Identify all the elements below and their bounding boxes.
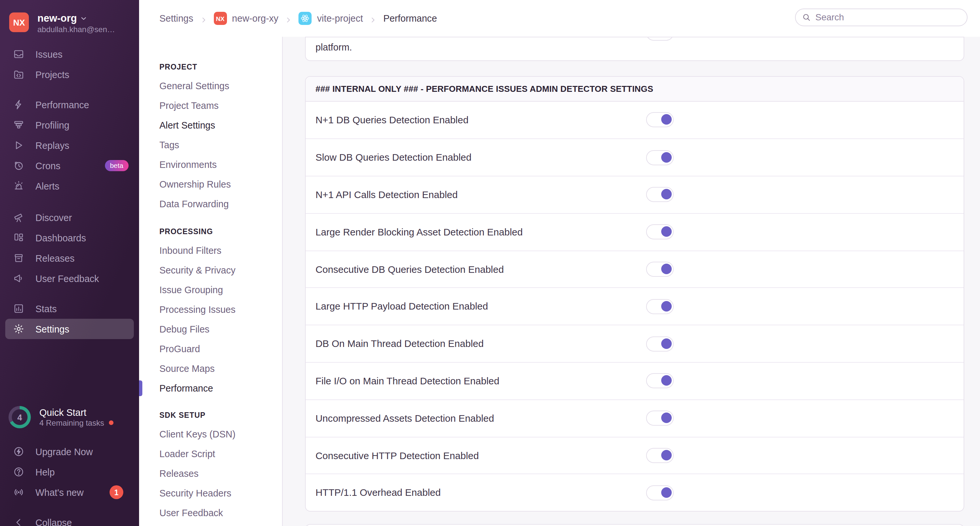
subnav-item-ownership-rules[interactable]: Ownership Rules: [159, 175, 282, 194]
sidebar-item-alerts[interactable]: Alerts: [5, 176, 134, 196]
projects-icon: [13, 69, 24, 80]
sidebar-item-collapse[interactable]: Collapse: [5, 512, 134, 526]
setting-label: DB On Main Thread Detection Enabled: [315, 338, 484, 349]
sidebar-group: Discover Dashboards Releases User Feedba…: [0, 207, 139, 289]
toggle-large-http-payload-detection-enabled[interactable]: [646, 299, 674, 314]
subnav-item-security-headers[interactable]: Security Headers: [159, 483, 282, 503]
sidebar-item-label: Crons: [35, 161, 60, 171]
toggle-knob: [661, 301, 671, 311]
subnav-item-label: User Feedback: [159, 508, 223, 518]
toggle-large-render-blocking-asset-detection-enabled[interactable]: [646, 225, 674, 240]
quick-start-subtitle: 4 Remaining tasks: [39, 418, 104, 427]
search-box[interactable]: [795, 8, 967, 26]
toggle-consecutive-db-queries-detection-enabled[interactable]: [646, 262, 674, 277]
toggle-slow-db-queries-detection-enabled[interactable]: [646, 150, 674, 165]
setting-label: N+1 DB Queries Detection Enabled: [315, 115, 468, 125]
clipped-description-text: platform.: [315, 42, 352, 52]
subnav-item-loader-script[interactable]: Loader Script: [159, 444, 282, 464]
org-switcher[interactable]: NX new-org abdullah.khan@sen…: [0, 0, 139, 44]
sidebar-item-help[interactable]: Help: [5, 462, 134, 482]
sidebar-item-replays[interactable]: Replays: [5, 135, 134, 156]
sidebar-item-whats-new[interactable]: What's new 1: [5, 482, 134, 502]
quick-start-panel[interactable]: 4 Quick Start 4 Remaining tasks: [8, 404, 139, 430]
subnav-item-releases[interactable]: Releases: [159, 464, 282, 483]
subnav-section-title: SDK SETUP: [159, 408, 282, 423]
subnav-item-user-feedback[interactable]: User Feedback: [159, 503, 282, 523]
breadcrumb-vite-project[interactable]: vite-project: [299, 12, 363, 25]
subnav-item-label: Data Forwarding: [159, 199, 229, 209]
search-input[interactable]: [815, 13, 960, 22]
quick-start-progress-ring: 4: [8, 406, 31, 428]
toggle-n-1-db-queries-detection-enabled[interactable]: [646, 113, 674, 127]
subnav-item-project-teams[interactable]: Project Teams: [159, 96, 282, 116]
subnav-item-issue-grouping[interactable]: Issue Grouping: [159, 280, 282, 300]
org-meta: new-org abdullah.khan@sen…: [37, 13, 115, 35]
clipped-toggle[interactable]: [646, 37, 674, 41]
sidebar-item-discover[interactable]: Discover: [5, 207, 134, 227]
sidebar-item-projects[interactable]: Projects: [5, 64, 134, 84]
setting-row: Consecutive DB Queries Detection Enabled: [305, 250, 964, 288]
breadcrumb-label: vite-project: [317, 13, 363, 24]
chevron-down-icon: [80, 15, 88, 22]
sidebar-item-stats[interactable]: Stats: [5, 299, 134, 319]
sidebar-item-label: Projects: [35, 69, 69, 80]
breadcrumb-label: Settings: [159, 13, 193, 24]
subnav-item-processing-issues[interactable]: Processing Issues: [159, 300, 282, 319]
sidebar-item-label: Performance: [35, 99, 89, 110]
sidebar-item-label: Settings: [35, 324, 69, 334]
panel-title: ### INTERNAL ONLY ### - PERFORMANCE ISSU…: [305, 77, 964, 101]
breadcrumb-settings[interactable]: Settings: [159, 13, 193, 24]
whats-new-icon: [13, 487, 24, 498]
quick-start-title: Quick Start: [39, 407, 113, 418]
toggle-db-on-main-thread-detection-enabled[interactable]: [646, 336, 674, 351]
sidebar-nav: Issues Projects Performance Profiling Re…: [0, 44, 139, 339]
sidebar-item-label: Help: [35, 467, 55, 477]
setting-label: HTTP/1.1 Overhead Enabled: [315, 488, 441, 498]
breadcrumb-label: Performance: [383, 13, 437, 24]
org-email: abdullah.khan@sen…: [37, 24, 115, 35]
subnav-item-label: General Settings: [159, 81, 229, 91]
subnav-item-label: Alert Settings: [159, 120, 215, 130]
sidebar-item-performance[interactable]: Performance: [5, 94, 134, 115]
sidebar-item-user-feedback[interactable]: User Feedback: [5, 268, 134, 289]
primary-sidebar: NX new-org abdullah.khan@sen… Issues Pro…: [0, 0, 139, 526]
sidebar-item-profiling[interactable]: Profiling: [5, 115, 134, 135]
setting-label: Large HTTP Payload Detection Enabled: [315, 301, 488, 312]
discover-icon: [13, 212, 24, 223]
sidebar-item-settings[interactable]: Settings: [5, 319, 134, 339]
crons-icon: [13, 160, 24, 171]
setting-label: Slow DB Queries Detection Enabled: [315, 152, 471, 163]
toggle-knob: [661, 189, 671, 200]
settings-icon: [13, 323, 24, 334]
subnav-item-proguard[interactable]: ProGuard: [159, 339, 282, 359]
sidebar-item-crons[interactable]: Crons beta: [5, 156, 134, 176]
subnav-item-source-maps[interactable]: Source Maps: [159, 359, 282, 378]
setting-row: Large HTTP Payload Detection Enabled: [305, 288, 964, 325]
breadcrumb-new-org-xy[interactable]: NXnew-org-xy: [213, 12, 278, 25]
issues-icon: [13, 49, 24, 60]
subnav-item-label: Performance: [159, 383, 213, 394]
subnav-item-alert-settings[interactable]: Alert Settings: [159, 116, 282, 135]
subnav-item-general-settings[interactable]: General Settings: [159, 76, 282, 96]
setting-label: Consecutive DB Queries Detection Enabled: [315, 264, 504, 275]
toggle-file-i-o-on-main-thread-detection-enabled[interactable]: [646, 373, 674, 389]
sidebar-item-dashboards[interactable]: Dashboards: [5, 227, 134, 248]
toggle-http-1-1-overhead-enabled[interactable]: [646, 485, 674, 501]
toggle-consecutive-http-detection-enabled[interactable]: [646, 448, 674, 463]
subnav-item-environments[interactable]: Environments: [159, 155, 282, 175]
subnav-item-performance[interactable]: Performance: [159, 378, 282, 398]
sidebar-item-issues[interactable]: Issues: [5, 44, 134, 64]
subnav-item-inbound-filters[interactable]: Inbound Filters: [159, 241, 282, 261]
chevron-right-icon: [200, 15, 207, 22]
toggle-uncompressed-assets-detection-enabled[interactable]: [646, 411, 674, 426]
subnav-item-tags[interactable]: Tags: [159, 135, 282, 155]
toggle-knob: [661, 114, 671, 125]
subnav-item-security-privacy[interactable]: Security & Privacy: [159, 261, 282, 280]
subnav-item-client-keys-dsn[interactable]: Client Keys (DSN): [159, 424, 282, 444]
sidebar-item-upgrade[interactable]: Upgrade Now: [5, 442, 134, 462]
setting-row: Large Render Blocking Asset Detection En…: [305, 213, 964, 251]
toggle-n-1-api-calls-detection-enabled[interactable]: [646, 187, 674, 202]
subnav-item-debug-files[interactable]: Debug Files: [159, 319, 282, 339]
subnav-item-data-forwarding[interactable]: Data Forwarding: [159, 194, 282, 214]
sidebar-item-releases[interactable]: Releases: [5, 248, 134, 268]
